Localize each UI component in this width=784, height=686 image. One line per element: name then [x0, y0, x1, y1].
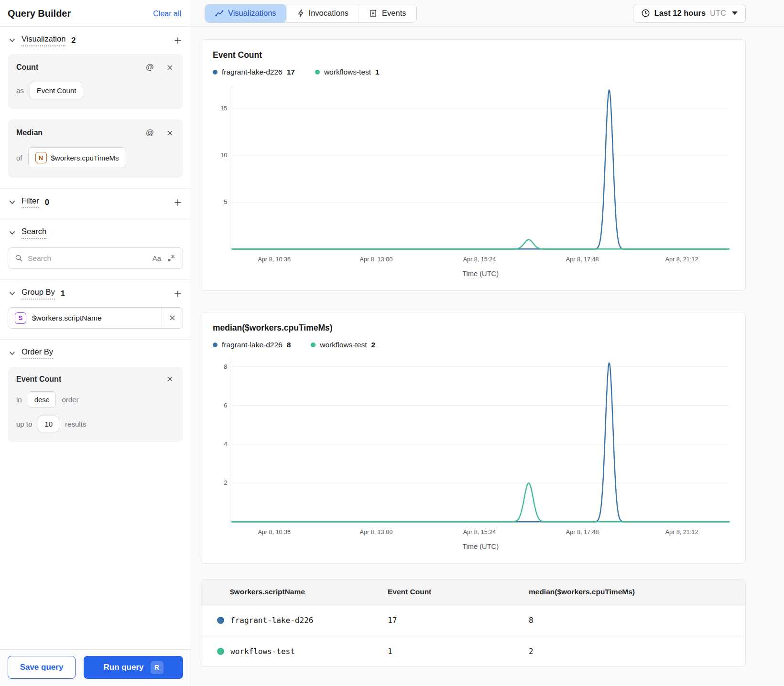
results-area: Event Count fragrant-lake-d226 17 workfl…	[191, 27, 784, 686]
svg-text:Apr 8, 21:12: Apr 8, 21:12	[665, 529, 698, 536]
svg-text:Apr 8, 17:48: Apr 8, 17:48	[566, 529, 599, 536]
tab-events[interactable]: Events	[359, 4, 416, 22]
script-name: workflows-test	[230, 647, 295, 656]
clock-icon	[641, 9, 650, 18]
table-row[interactable]: workflows-test 1 2	[201, 636, 745, 666]
up-to-label: up to	[16, 420, 32, 428]
visualization-card-count: Count @ as Event Count	[8, 54, 183, 109]
legend-dot	[315, 70, 320, 75]
svg-text:6: 6	[224, 402, 227, 409]
sidebar-body: Visualization 2 Count @	[0, 27, 191, 649]
numeric-field-badge: N	[35, 152, 47, 163]
visualization-count: 2	[71, 36, 76, 45]
svg-text:10: 10	[220, 152, 227, 159]
main-area: Visualizations Invocations Events Last 1…	[191, 0, 784, 686]
svg-text:Apr 8, 10:36: Apr 8, 10:36	[258, 256, 291, 263]
viz-card-title: Median	[16, 129, 43, 137]
visualization-card-median: Median @ of N $workers.cpuTimeMs	[8, 119, 183, 178]
sidebar-header: Query Builder Clear all	[0, 0, 191, 27]
chart-title: median($workers.cpuTimeMs)	[213, 323, 737, 333]
group-by-item[interactable]: S $workers.scriptName	[8, 307, 183, 329]
median-field-selector[interactable]: N $workers.cpuTimeMs	[28, 147, 126, 168]
run-query-button[interactable]: Run query R	[84, 656, 183, 679]
legend-item[interactable]: workflows-test 1	[315, 68, 380, 76]
remove-group-by-button[interactable]	[162, 308, 183, 328]
chevron-down-icon[interactable]	[8, 198, 17, 207]
count-alias-field[interactable]: Event Count	[30, 82, 84, 99]
tab-visualizations[interactable]: Visualizations	[205, 4, 286, 22]
close-icon[interactable]	[165, 63, 174, 72]
page-title: Query Builder	[8, 8, 71, 19]
legend-item[interactable]: workflows-test 2	[311, 341, 375, 349]
legend-item[interactable]: fragrant-lake-d226 8	[213, 341, 291, 349]
svg-text:Apr 8, 15:24: Apr 8, 15:24	[463, 529, 496, 536]
line-chart-plot: 51015Apr 8, 10:36Apr 8, 13:00Apr 8, 15:2…	[213, 82, 737, 283]
svg-text:8: 8	[224, 363, 227, 370]
add-filter-button[interactable]	[173, 197, 183, 208]
chevron-down-icon[interactable]	[8, 36, 17, 45]
svg-text:5: 5	[224, 199, 227, 205]
legend-dot	[311, 343, 316, 347]
string-field-badge: S	[15, 312, 26, 324]
search-section-label: Search	[22, 227, 46, 239]
regex-toggle-icon[interactable]	[166, 253, 177, 264]
chart-line-icon	[215, 10, 224, 17]
alias-at-icon[interactable]: @	[145, 127, 155, 139]
legend-item[interactable]: fragrant-lake-d226 17	[213, 68, 295, 76]
result-limit-input[interactable]: 10	[38, 416, 59, 432]
tab-invocations[interactable]: Invocations	[286, 4, 359, 22]
group-by-count: 1	[61, 289, 65, 298]
close-icon[interactable]	[165, 375, 174, 384]
chart-legend: fragrant-lake-d226 17 workflows-test 1	[213, 68, 737, 76]
event-count-value: 1	[388, 647, 529, 656]
svg-text:2: 2	[224, 480, 227, 486]
in-label: in	[16, 396, 22, 404]
chevron-down-icon[interactable]	[8, 228, 17, 237]
svg-text:Apr 8, 17:48: Apr 8, 17:48	[566, 256, 599, 263]
line-chart-plot: 2468Apr 8, 10:36Apr 8, 13:00Apr 8, 15:24…	[213, 355, 737, 556]
chart-title: Event Count	[213, 50, 737, 60]
svg-text:Apr 8, 15:24: Apr 8, 15:24	[463, 256, 496, 263]
clear-all-button[interactable]: Clear all	[153, 10, 181, 18]
results-table: $workers.scriptName Event Count median($…	[201, 579, 746, 667]
sidebar-footer: Save query Run query R	[0, 649, 191, 686]
legend-dot	[213, 343, 218, 347]
query-builder-sidebar: Query Builder Clear all Visualization 2 …	[0, 0, 191, 686]
median-cputime-chart-card: median($workers.cpuTimeMs) fragrant-lake…	[201, 312, 746, 564]
event-log-icon	[369, 9, 378, 18]
section-order-by: Order By Event Count in desc order	[0, 339, 191, 452]
save-query-button[interactable]: Save query	[8, 656, 76, 679]
alias-at-icon[interactable]: @	[145, 62, 155, 73]
chevron-down-icon[interactable]	[8, 289, 17, 298]
add-visualization-button[interactable]	[173, 35, 183, 46]
search-icon	[15, 254, 23, 262]
event-count-chart-card: Event Count fragrant-lake-d226 17 workfl…	[201, 39, 746, 291]
table-row[interactable]: fragrant-lake-d226 17 8	[201, 605, 745, 636]
sort-direction-selector[interactable]: desc	[28, 391, 56, 408]
filter-count: 0	[45, 198, 49, 207]
group-by-section-label: Group By	[22, 288, 55, 300]
column-header: Event Count	[388, 588, 529, 596]
svg-text:Apr 8, 13:00: Apr 8, 13:00	[359, 256, 392, 263]
legend-dot	[213, 70, 218, 75]
section-filter: Filter 0	[0, 188, 191, 219]
section-visualization: Visualization 2 Count @	[0, 27, 191, 188]
median-value: 2	[529, 647, 745, 656]
results-label: results	[65, 420, 86, 428]
match-case-toggle[interactable]: Aa	[152, 254, 161, 262]
svg-text:Apr 8, 21:12: Apr 8, 21:12	[665, 256, 698, 263]
svg-text:4: 4	[224, 441, 227, 448]
close-icon[interactable]	[165, 129, 174, 138]
section-group-by: Group By 1 S $workers.scriptName	[0, 279, 191, 339]
series-color-dot	[217, 648, 224, 655]
search-input[interactable]	[28, 254, 148, 263]
add-group-by-button[interactable]	[173, 289, 183, 299]
order-by-field: Event Count	[16, 375, 61, 384]
chart-legend: fragrant-lake-d226 8 workflows-test 2	[213, 341, 737, 349]
chevron-down-icon[interactable]	[8, 349, 17, 358]
time-range-selector[interactable]: Last 12 hours UTC	[633, 4, 746, 23]
viz-card-title: Count	[16, 63, 38, 72]
topbar: Visualizations Invocations Events Last 1…	[191, 0, 784, 27]
series-color-dot	[217, 617, 224, 624]
svg-text:15: 15	[220, 105, 227, 112]
